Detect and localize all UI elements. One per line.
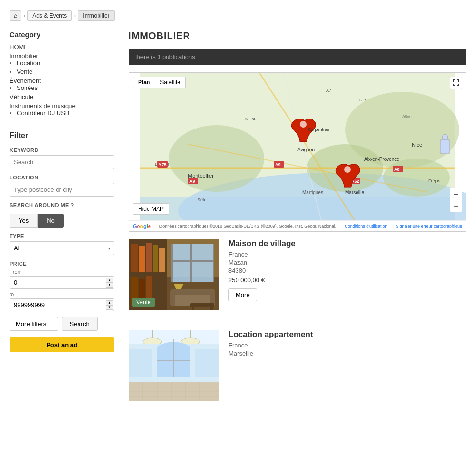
hide-map-button[interactable]: Hide MAP bbox=[133, 203, 169, 215]
svg-rect-43 bbox=[139, 246, 145, 272]
zoom-out-button[interactable]: − bbox=[450, 200, 462, 212]
map-svg: Montpellier Aix-en-Provence Nice Avignon… bbox=[129, 73, 466, 220]
btn-no[interactable]: No bbox=[38, 214, 64, 228]
svg-rect-76 bbox=[195, 349, 219, 377]
price-to-input[interactable] bbox=[10, 298, 114, 311]
breadcrumb-sep2: › bbox=[74, 12, 76, 19]
breadcrumb-ads-events[interactable]: Ads & Events bbox=[27, 10, 72, 21]
keyword-label: KEYWORD bbox=[10, 147, 114, 153]
map-zoom-controls: + − bbox=[450, 188, 462, 212]
map-footer: Google Données cartographiques ©2018 Geo… bbox=[129, 220, 466, 231]
filter-actions: More filters + Search bbox=[10, 317, 114, 331]
svg-rect-45 bbox=[153, 245, 158, 272]
map-tab-plan[interactable]: Plan bbox=[133, 77, 155, 88]
price-label: PRICE bbox=[10, 261, 114, 267]
svg-rect-44 bbox=[146, 243, 152, 272]
sidebar-category-vehicule[interactable]: Véhicule bbox=[10, 93, 114, 100]
plus-icon: + bbox=[48, 320, 52, 327]
sidebar-subcategory-dj[interactable]: Contrôleur DJ USB bbox=[17, 109, 114, 117]
svg-text:A9: A9 bbox=[189, 179, 195, 184]
listing-country-0: France bbox=[228, 251, 466, 258]
map-fullscreen-button[interactable] bbox=[450, 77, 462, 89]
sidebar-subcategory-location[interactable]: Location bbox=[17, 60, 114, 67]
svg-rect-2 bbox=[140, 197, 455, 220]
listing-info-0: Maison de village France Mazan 84380 250… bbox=[228, 239, 466, 310]
category-title: Category bbox=[10, 30, 114, 39]
price-from-up[interactable]: ▲ bbox=[106, 278, 113, 283]
svg-rect-60 bbox=[170, 290, 175, 306]
main-content: IMMOBILIER there is 3 publications Plan … bbox=[129, 30, 466, 421]
more-filters-label: More filters bbox=[16, 320, 46, 327]
svg-rect-53 bbox=[171, 244, 173, 282]
keyword-input[interactable] bbox=[10, 155, 114, 169]
svg-text:Millau: Millau bbox=[245, 117, 257, 121]
price-from-down[interactable]: ▼ bbox=[106, 283, 113, 288]
listing-city-1: Marseille bbox=[228, 350, 466, 357]
page-title: IMMOBILIER bbox=[129, 30, 466, 41]
map-terms-link[interactable]: Conditions d'utilisation bbox=[345, 224, 387, 228]
svg-rect-62 bbox=[190, 303, 214, 307]
zoom-in-button[interactable]: + bbox=[450, 188, 462, 200]
listing-price-0: 250 000,00 € bbox=[228, 277, 466, 284]
price-to-label: to bbox=[10, 291, 114, 297]
listing-badge-0: Vente bbox=[132, 298, 155, 307]
listing-more-button-0[interactable]: More bbox=[228, 288, 257, 301]
breadcrumb-sep: › bbox=[23, 12, 25, 19]
sidebar-subcategory-soirees[interactable]: Soirées bbox=[17, 84, 114, 91]
sidebar: Category HOME Immobilier Location Vente … bbox=[10, 30, 114, 421]
listing-postal-0: 84380 bbox=[228, 267, 466, 274]
publication-count: there is 3 publications bbox=[135, 53, 195, 60]
svg-rect-51 bbox=[190, 244, 192, 282]
sidebar-subcategory-vente[interactable]: Vente bbox=[17, 68, 114, 75]
breadcrumb-immobilier[interactable]: Immobilier bbox=[78, 10, 114, 21]
svg-rect-50 bbox=[171, 244, 214, 282]
svg-text:A8: A8 bbox=[394, 167, 400, 172]
svg-rect-52 bbox=[171, 260, 214, 262]
svg-text:Avignon: Avignon bbox=[298, 147, 315, 152]
btn-yes[interactable]: Yes bbox=[10, 214, 38, 228]
type-select[interactable]: All bbox=[10, 241, 114, 255]
svg-rect-46 bbox=[159, 248, 165, 272]
svg-text:Marseille: Marseille bbox=[345, 190, 364, 195]
post-ad-button[interactable]: Post an ad bbox=[10, 337, 114, 352]
map-data-credits: Données cartographiques ©2018 GeoBasis-D… bbox=[159, 224, 336, 228]
price-range: From ▲ ▼ to ▲ ▼ bbox=[10, 269, 114, 311]
publication-bar: there is 3 publications bbox=[129, 49, 466, 65]
more-filters-button[interactable]: More filters + bbox=[10, 317, 58, 331]
google-logo: Google bbox=[133, 223, 151, 229]
price-from-input[interactable] bbox=[10, 276, 114, 289]
breadcrumb-home[interactable]: ⌂ bbox=[10, 10, 21, 21]
svg-point-34 bbox=[344, 166, 351, 173]
svg-text:Fréjus: Fréjus bbox=[428, 178, 441, 183]
search-button[interactable]: Search bbox=[62, 317, 98, 331]
map-error-link[interactable]: Signaler une erreur cartographique bbox=[396, 224, 462, 228]
listing-card-1: Location appartement France Marseille bbox=[129, 330, 466, 411]
price-to-wrapper: ▲ ▼ bbox=[10, 298, 114, 311]
filter-title: Filter bbox=[10, 131, 114, 140]
search-around-group: Yes No bbox=[10, 214, 114, 228]
sidebar-category-home[interactable]: HOME bbox=[10, 43, 114, 50]
svg-text:Martigues: Martigues bbox=[302, 190, 323, 195]
listing-title-0: Maison de village bbox=[228, 239, 466, 248]
location-label: LOCATION bbox=[10, 175, 114, 180]
price-to-up[interactable]: ▲ bbox=[106, 300, 113, 305]
location-input[interactable] bbox=[10, 183, 114, 197]
price-from-label: From bbox=[10, 269, 114, 275]
sidebar-category-evenement[interactable]: Événement Soirées bbox=[10, 77, 114, 91]
listing-title-1: Location appartement bbox=[228, 330, 466, 339]
svg-point-6 bbox=[383, 159, 450, 197]
svg-rect-59 bbox=[171, 289, 214, 295]
svg-rect-54 bbox=[213, 244, 214, 282]
svg-text:Sète: Sète bbox=[198, 198, 207, 202]
map-tab-satellite[interactable]: Satellite bbox=[155, 77, 186, 88]
map-container: Plan Satellite bbox=[129, 72, 466, 232]
price-to-down[interactable]: ▼ bbox=[106, 305, 113, 310]
svg-text:Aix-en-Provence: Aix-en-Provence bbox=[364, 157, 399, 162]
listing-country-1: France bbox=[228, 342, 466, 349]
filter-section: Filter KEYWORD LOCATION SEARCH AROUND ME… bbox=[10, 131, 114, 352]
svg-text:A9: A9 bbox=[275, 162, 281, 167]
listing-image-1 bbox=[129, 330, 219, 401]
sidebar-category-immobilier[interactable]: Immobilier Location Vente bbox=[10, 52, 114, 75]
sidebar-category-instruments[interactable]: Instruments de musique Contrôleur DJ USB bbox=[10, 102, 114, 117]
svg-point-4 bbox=[169, 125, 264, 192]
